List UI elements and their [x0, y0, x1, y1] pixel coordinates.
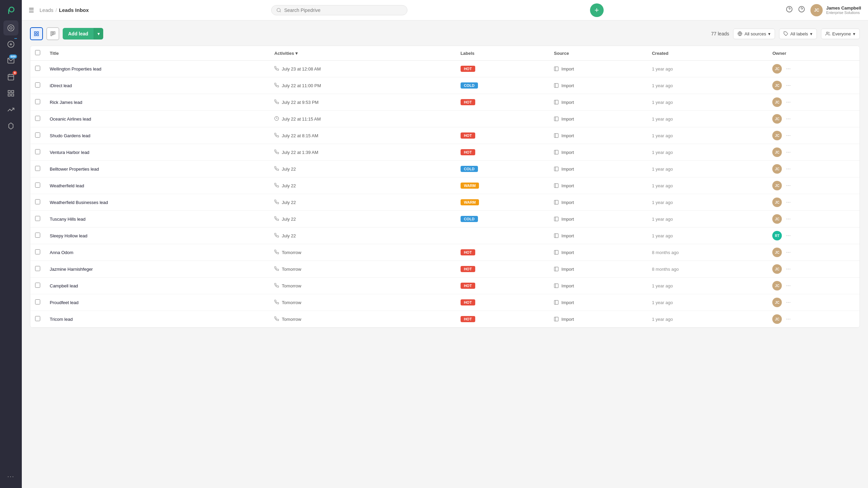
row-checkbox[interactable] — [35, 249, 40, 254]
row-checkbox[interactable] — [35, 132, 40, 138]
lead-title[interactable]: Jazmine Harnishfeger — [50, 267, 93, 272]
row-menu-button[interactable]: ··· — [786, 199, 790, 205]
row-menu-button[interactable]: ··· — [786, 216, 790, 222]
sidebar-item-deals[interactable] — [3, 37, 18, 52]
all-sources-filter[interactable]: All sources ▾ — [733, 29, 775, 39]
row-menu-button[interactable]: ··· — [786, 183, 790, 189]
row-checkbox[interactable] — [35, 233, 40, 238]
help-icon[interactable] — [786, 6, 793, 14]
row-menu-button[interactable]: ··· — [786, 99, 790, 105]
table-row: Wellington Properties leadJuly 23 at 12:… — [30, 61, 859, 77]
svg-rect-52 — [554, 200, 558, 204]
label-badge[interactable]: HOT — [461, 299, 475, 305]
app-logo[interactable] — [5, 4, 17, 16]
label-badge[interactable]: HOT — [461, 283, 475, 289]
row-checkbox[interactable] — [35, 299, 40, 304]
sidebar-item-reports[interactable] — [3, 86, 18, 101]
lead-title[interactable]: Anna Odom — [50, 250, 73, 255]
lead-title[interactable]: Ventura Harbor lead — [50, 150, 89, 155]
row-checkbox[interactable] — [35, 199, 40, 204]
row-checkbox[interactable] — [35, 166, 40, 171]
lead-title[interactable]: Weatherfield lead — [50, 183, 84, 188]
lead-title[interactable]: iDirect lead — [50, 83, 72, 88]
row-menu-button[interactable]: ··· — [786, 283, 790, 289]
search-bar[interactable] — [271, 5, 407, 15]
label-badge[interactable]: HOT — [461, 266, 475, 272]
label-badge[interactable]: HOT — [461, 149, 475, 155]
table-row: Proudfeet leadTomorrowHOTImport1 year ag… — [30, 294, 859, 311]
svg-line-19 — [280, 11, 281, 12]
owner-cell: JC··· — [772, 164, 855, 174]
row-menu-button[interactable]: ··· — [786, 149, 790, 155]
lead-title[interactable]: Tuscany Hills lead — [50, 217, 86, 222]
sidebar-item-activities[interactable]: 9 — [3, 69, 18, 84]
lead-title[interactable]: Tricom lead — [50, 317, 73, 322]
label-badge[interactable]: WARM — [461, 183, 479, 189]
row-checkbox[interactable] — [35, 149, 40, 154]
select-all-checkbox[interactable] — [35, 50, 40, 55]
row-checkbox[interactable] — [35, 283, 40, 288]
add-lead-dropdown-button[interactable]: ▾ — [94, 28, 103, 40]
row-checkbox[interactable] — [35, 99, 40, 104]
row-checkbox[interactable] — [35, 183, 40, 188]
sidebar-item-insights[interactable] — [3, 102, 18, 117]
label-badge[interactable]: COLD — [461, 82, 478, 89]
kanban-view-button[interactable] — [46, 27, 59, 40]
row-checkbox[interactable] — [35, 116, 40, 121]
lead-title[interactable]: Weatherfield Businesses lead — [50, 200, 108, 205]
label-badge[interactable]: COLD — [461, 166, 478, 172]
add-lead-main-button[interactable]: Add lead — [63, 28, 94, 40]
svg-rect-25 — [37, 32, 38, 33]
lead-title[interactable]: Sleepy Hollow lead — [50, 233, 88, 238]
label-badge[interactable]: HOT — [461, 316, 475, 322]
sidebar-item-mail[interactable]: 689 — [3, 53, 18, 68]
row-menu-button[interactable]: ··· — [786, 82, 790, 89]
owner-cell: JC··· — [772, 97, 855, 107]
activity-cell: July 22 — [274, 183, 451, 189]
row-menu-button[interactable]: ··· — [786, 166, 790, 172]
all-labels-filter[interactable]: All labels ▾ — [779, 29, 817, 39]
source-label: Import — [561, 267, 574, 272]
question-icon[interactable] — [798, 6, 805, 14]
lead-title[interactable]: Campbell lead — [50, 283, 78, 288]
row-checkbox[interactable] — [35, 216, 40, 221]
label-badge[interactable]: HOT — [461, 66, 475, 72]
lead-title[interactable]: Shudo Gardens lead — [50, 133, 90, 138]
everyone-filter[interactable]: Everyone ▾ — [821, 29, 860, 39]
user-info[interactable]: JC James Campbell Enterprise Solutions — [810, 4, 861, 16]
lead-title[interactable]: Rick James lead — [50, 100, 82, 105]
label-badge[interactable]: COLD — [461, 216, 478, 222]
row-menu-button[interactable]: ··· — [786, 316, 790, 322]
list-view-button[interactable] — [30, 27, 43, 40]
row-menu-button[interactable]: ··· — [786, 299, 790, 305]
row-menu-button[interactable]: ··· — [786, 266, 790, 272]
everyone-chevron: ▾ — [853, 31, 855, 36]
row-menu-button[interactable]: ··· — [786, 66, 790, 72]
row-menu-button[interactable]: ··· — [786, 249, 790, 255]
activity-date: July 22 at 11:00 PM — [282, 83, 321, 88]
label-badge[interactable]: WARM — [461, 199, 479, 205]
svg-rect-56 — [554, 234, 558, 238]
lead-title[interactable]: Proudfeet lead — [50, 300, 79, 305]
header-activities[interactable]: Activities ▾ — [269, 46, 455, 61]
sidebar-item-more[interactable]: ··· — [3, 469, 18, 484]
search-input[interactable] — [284, 7, 402, 13]
row-checkbox[interactable] — [35, 266, 40, 271]
row-checkbox[interactable] — [35, 66, 40, 71]
label-badge[interactable]: HOT — [461, 249, 475, 255]
sidebar-item-products[interactable] — [3, 119, 18, 133]
label-badge[interactable]: HOT — [461, 132, 475, 139]
row-menu-button[interactable]: ··· — [786, 233, 790, 239]
global-add-button[interactable]: + — [590, 3, 604, 17]
sidebar-item-leads[interactable] — [3, 20, 18, 35]
row-checkbox[interactable] — [35, 82, 40, 88]
lead-title[interactable]: Belltower Properties lead — [50, 167, 99, 172]
label-badge[interactable]: HOT — [461, 99, 475, 105]
lead-title[interactable]: Oceanic Airlines lead — [50, 116, 91, 122]
row-checkbox[interactable] — [35, 316, 40, 321]
menu-icon[interactable]: ☰ — [29, 6, 34, 14]
lead-title[interactable]: Wellington Properties lead — [50, 66, 102, 72]
breadcrumb-parent[interactable]: Leads — [40, 7, 53, 13]
row-menu-button[interactable]: ··· — [786, 116, 790, 122]
row-menu-button[interactable]: ··· — [786, 132, 790, 139]
